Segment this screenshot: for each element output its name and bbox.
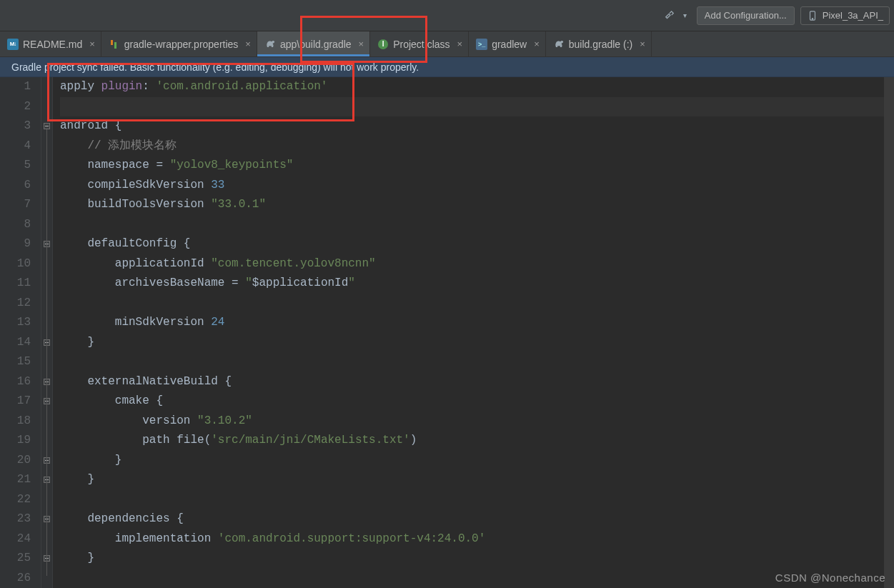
code-area[interactable]: apply plugin: 'com.android.application'a… bbox=[53, 77, 884, 588]
line-number: 13 bbox=[0, 313, 31, 333]
line-number: 21 bbox=[0, 470, 31, 490]
line-number: 8 bbox=[0, 215, 31, 235]
code-editor[interactable]: 1234567891011121314151617181920212223242… bbox=[0, 77, 894, 588]
line-number: 17 bbox=[0, 392, 31, 412]
line-number: 2 bbox=[0, 97, 31, 117]
code-line[interactable]: compileSdkVersion 33 bbox=[60, 176, 884, 196]
gradle-icon bbox=[264, 39, 276, 50]
code-line[interactable]: cmake { bbox=[60, 392, 884, 412]
code-line[interactable] bbox=[60, 569, 884, 589]
line-number: 25 bbox=[0, 549, 31, 569]
line-number: 16 bbox=[0, 372, 31, 392]
tab-gradle-wrapper-properties[interactable]: gradle-wrapper.properties× bbox=[101, 31, 257, 56]
code-line[interactable]: minSdkVersion 24 bbox=[60, 313, 884, 333]
code-line[interactable]: applicationId "com.tencent.yolov8ncnn" bbox=[60, 254, 884, 274]
code-line[interactable]: } bbox=[60, 333, 884, 353]
code-line[interactable] bbox=[60, 490, 884, 510]
line-number: 11 bbox=[0, 274, 31, 294]
code-line[interactable]: // 添加模块名称 bbox=[60, 136, 884, 156]
code-line[interactable]: defaultConfig { bbox=[60, 234, 884, 254]
close-icon[interactable]: × bbox=[86, 39, 95, 49]
code-line[interactable] bbox=[60, 215, 884, 235]
fold-column[interactable] bbox=[41, 77, 53, 588]
line-number: 26 bbox=[0, 569, 31, 589]
line-number-gutter: 1234567891011121314151617181920212223242… bbox=[0, 77, 41, 588]
code-line[interactable]: } bbox=[60, 470, 884, 490]
tab-label: build.gradle (:) bbox=[569, 39, 633, 50]
line-number: 23 bbox=[0, 509, 31, 529]
close-icon[interactable]: × bbox=[637, 39, 645, 49]
code-line[interactable]: apply plugin: 'com.android.application' bbox=[60, 77, 884, 97]
code-line[interactable]: externalNativeBuild { bbox=[60, 372, 884, 392]
tab-label: Project.class bbox=[393, 39, 450, 50]
shell-icon: >_ bbox=[476, 39, 487, 50]
svg-point-1 bbox=[812, 18, 813, 19]
line-number: 7 bbox=[0, 195, 31, 215]
line-number: 5 bbox=[0, 156, 31, 176]
tab-project-class[interactable]: IProject.class× bbox=[370, 31, 469, 56]
fold-toggle-icon[interactable] bbox=[44, 123, 50, 129]
code-line[interactable]: } bbox=[60, 451, 884, 471]
line-number: 12 bbox=[0, 294, 31, 314]
tab-label: app\build.gradle bbox=[280, 39, 352, 50]
code-line[interactable]: implementation 'com.android.support:supp… bbox=[60, 529, 884, 549]
close-icon[interactable]: × bbox=[531, 39, 540, 49]
code-line[interactable]: namespace = "yolov8_keypoints" bbox=[60, 156, 884, 176]
code-line[interactable]: } bbox=[60, 549, 884, 569]
close-icon[interactable]: × bbox=[356, 39, 364, 49]
close-icon[interactable]: × bbox=[455, 39, 463, 49]
tab-label: README.md bbox=[23, 39, 82, 50]
line-number: 19 bbox=[0, 431, 31, 451]
line-number: 10 bbox=[0, 254, 31, 274]
line-number: 3 bbox=[0, 116, 31, 136]
markdown-icon: M↓ bbox=[7, 39, 19, 50]
line-number: 18 bbox=[0, 412, 31, 432]
marker-strip[interactable] bbox=[884, 77, 894, 588]
line-number: 20 bbox=[0, 451, 31, 471]
close-icon[interactable]: × bbox=[242, 39, 251, 49]
line-number: 15 bbox=[0, 352, 31, 372]
tab-label: gradlew bbox=[492, 39, 527, 50]
tab-app-build-gradle[interactable]: app\build.gradle× bbox=[257, 31, 370, 56]
line-number: 9 bbox=[0, 234, 31, 254]
tab-gradlew[interactable]: >_gradlew× bbox=[469, 31, 546, 56]
code-line[interactable] bbox=[60, 352, 884, 372]
gradle-properties-icon bbox=[109, 39, 120, 50]
code-line[interactable] bbox=[60, 294, 884, 314]
device-label: Pixel_3a_API_ bbox=[823, 10, 883, 21]
class-icon: I bbox=[377, 39, 389, 50]
code-line[interactable]: buildToolsVersion "33.0.1" bbox=[60, 195, 884, 215]
tab-label: gradle-wrapper.properties bbox=[124, 39, 239, 50]
line-number: 14 bbox=[0, 333, 31, 353]
add-configuration-button[interactable]: Add Configuration... bbox=[697, 6, 795, 25]
code-line[interactable]: path file('src/main/jni/CMakeLists.txt') bbox=[60, 431, 884, 451]
gradle-icon bbox=[553, 39, 565, 50]
chevron-down-icon[interactable]: ▾ bbox=[680, 10, 691, 21]
toolbar: ▾ Add Configuration... Pixel_3a_API_ bbox=[0, 0, 894, 31]
banner-text: Gradle project sync failed. Basic functi… bbox=[11, 61, 419, 73]
phone-icon bbox=[807, 10, 818, 21]
hammer-icon[interactable] bbox=[664, 10, 675, 21]
line-number: 1 bbox=[0, 77, 31, 97]
line-number: 24 bbox=[0, 529, 31, 549]
device-selector[interactable]: Pixel_3a_API_ bbox=[800, 6, 890, 25]
code-line[interactable]: archivesBaseName = "$applicationId" bbox=[60, 274, 884, 294]
code-line[interactable]: version "3.10.2" bbox=[60, 412, 884, 432]
line-number: 4 bbox=[0, 136, 31, 156]
code-line[interactable] bbox=[60, 97, 884, 117]
sync-failed-banner: Gradle project sync failed. Basic functi… bbox=[0, 57, 894, 77]
config-label: Add Configuration... bbox=[705, 10, 787, 21]
tab-build-gradle-[interactable]: build.gradle (:)× bbox=[546, 31, 652, 56]
editor-tabs: M↓README.md×gradle-wrapper.properties×ap… bbox=[0, 31, 894, 57]
tab-readme-md[interactable]: M↓README.md× bbox=[0, 31, 101, 56]
code-line[interactable]: android { bbox=[60, 116, 884, 136]
code-line[interactable]: dependencies { bbox=[60, 509, 884, 529]
build-icons: ▾ bbox=[664, 10, 691, 21]
line-number: 6 bbox=[0, 176, 31, 196]
line-number: 22 bbox=[0, 490, 31, 510]
